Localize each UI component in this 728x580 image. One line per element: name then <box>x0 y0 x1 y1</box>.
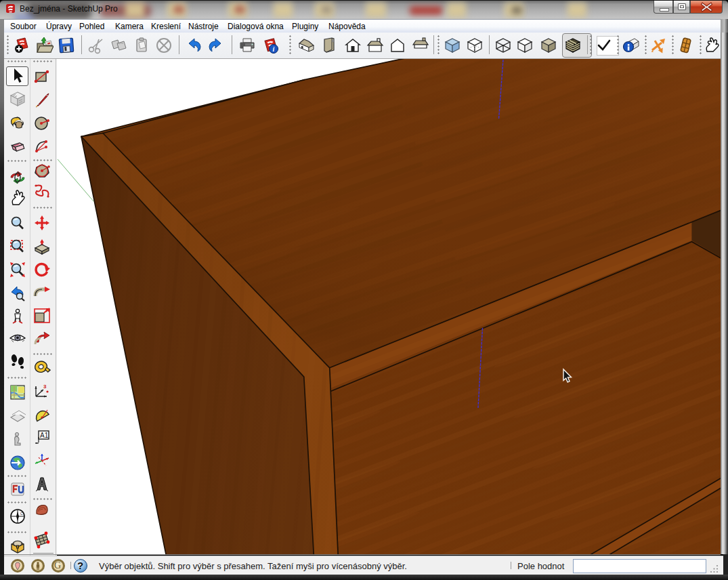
svg-text:i: i <box>273 45 275 53</box>
svg-text:C: C <box>20 512 23 516</box>
svg-text:3: 3 <box>43 384 47 390</box>
svg-text:A1: A1 <box>40 432 49 439</box>
